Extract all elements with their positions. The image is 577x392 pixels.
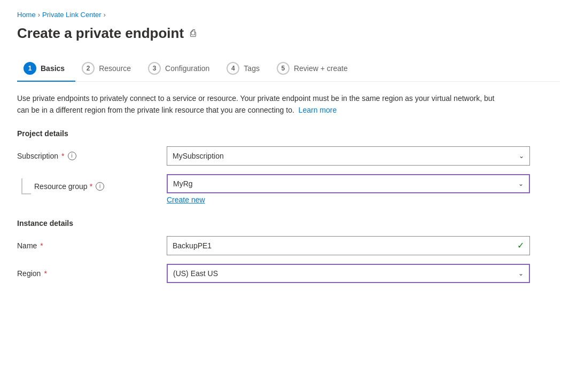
instance-details-header: Instance details (17, 219, 560, 228)
region-value: (US) East US (173, 269, 218, 278)
name-label: Name (17, 241, 37, 250)
breadcrumb-home[interactable]: Home (17, 11, 36, 19)
tab-number-1: 1 (24, 62, 36, 75)
print-icon[interactable]: ⎙ (190, 28, 196, 39)
region-input-col: (US) East US ⌄ (167, 264, 530, 283)
subscription-chevron: ⌄ (519, 152, 524, 160)
tab-label-tags: Tags (244, 64, 260, 73)
resource-group-label-col: Resource group * i (17, 174, 167, 194)
subscription-value: MySubscription (173, 152, 224, 160)
instance-details-section: Instance details Name * BackupPE1 ✓ Regi… (17, 219, 560, 283)
resource-group-info-icon[interactable]: i (96, 182, 104, 191)
tab-review-create[interactable]: 5 Review + create (270, 57, 358, 81)
resource-group-row: Resource group * i MyRg ⌄ Create new (17, 174, 560, 204)
breadcrumb-sep-2: › (104, 11, 106, 19)
project-details-header: Project details (17, 129, 560, 138)
resource-group-label: Resource group (34, 182, 88, 191)
region-label: Region (17, 269, 41, 278)
resource-group-input-col: MyRg ⌄ Create new (167, 174, 530, 204)
region-row: Region * (US) East US ⌄ (17, 264, 560, 283)
subscription-info-icon[interactable]: i (68, 152, 76, 160)
wizard-tabs: 1 Basics 2 Resource 3 Configuration 4 Ta… (17, 57, 560, 82)
description-text: Use private endpoints to privately conne… (17, 92, 498, 116)
resource-group-required: * (90, 182, 92, 191)
breadcrumb: Home › Private Link Center › (17, 11, 560, 19)
resource-group-value: MyRg (173, 179, 193, 188)
create-new-link[interactable]: Create new (167, 195, 205, 204)
tab-number-2: 2 (82, 62, 95, 75)
region-chevron: ⌄ (518, 270, 524, 277)
name-label-col: Name * (17, 241, 167, 250)
name-checkmark-icon: ✓ (517, 240, 524, 250)
tab-number-5: 5 (277, 62, 290, 75)
breadcrumb-sep-1: › (38, 11, 40, 19)
learn-more-link[interactable]: Learn more (299, 106, 337, 114)
tab-label-basics: Basics (41, 64, 65, 73)
name-input[interactable]: BackupPE1 ✓ (167, 236, 530, 255)
subscription-dropdown[interactable]: MySubscription ⌄ (167, 146, 530, 166)
name-value: BackupPE1 (173, 241, 212, 250)
tab-label-resource: Resource (99, 64, 131, 73)
subscription-row: Subscription * i MySubscription ⌄ (17, 146, 560, 166)
subscription-label: Subscription (17, 152, 58, 160)
resource-group-chevron: ⌄ (518, 180, 524, 187)
tab-label-review-create: Review + create (294, 64, 348, 73)
tab-label-configuration: Configuration (165, 64, 209, 73)
resource-group-dropdown[interactable]: MyRg ⌄ (167, 174, 530, 193)
tab-resource[interactable]: 2 Resource (75, 57, 142, 81)
subscription-required: * (61, 152, 64, 160)
breadcrumb-private-link-center[interactable]: Private Link Center (42, 11, 102, 19)
tab-tags[interactable]: 4 Tags (220, 57, 270, 81)
tab-configuration[interactable]: 3 Configuration (142, 57, 220, 81)
page-title: Create a private endpoint (17, 25, 184, 42)
tab-number-3: 3 (148, 62, 161, 75)
subscription-input-col: MySubscription ⌄ (167, 146, 530, 166)
page-title-row: Create a private endpoint ⎙ (17, 25, 560, 42)
region-required: * (44, 269, 46, 278)
tab-basics[interactable]: 1 Basics (17, 57, 75, 81)
name-row: Name * BackupPE1 ✓ (17, 236, 560, 255)
tab-number-4: 4 (227, 62, 239, 75)
region-label-col: Region * (17, 269, 167, 278)
project-details-section: Project details Subscription * i MySubsc… (17, 129, 560, 204)
name-input-col: BackupPE1 ✓ (167, 236, 530, 255)
subscription-label-col: Subscription * i (17, 152, 167, 160)
region-dropdown[interactable]: (US) East US ⌄ (167, 264, 530, 283)
name-required: * (40, 241, 43, 250)
